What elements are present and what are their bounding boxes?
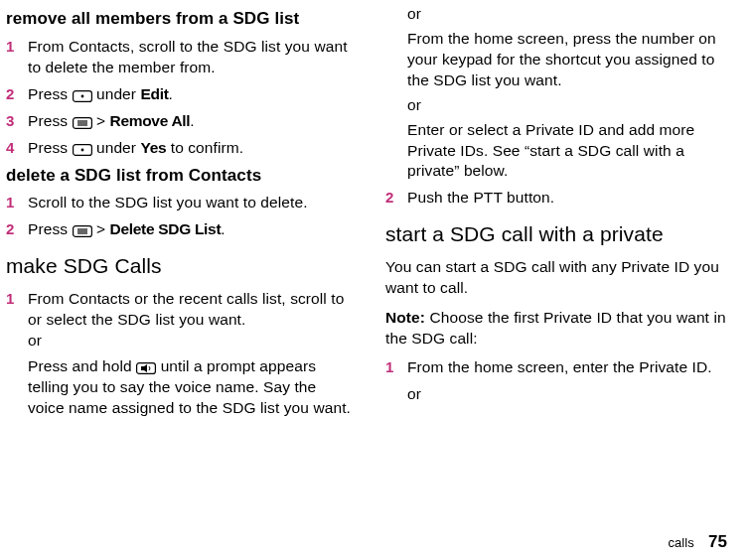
text: >	[92, 220, 110, 237]
step-text: From Contacts or the recent calls list, …	[28, 289, 356, 351]
text: .	[221, 220, 225, 237]
right-column: or From the home screen, press the numbe…	[385, 4, 735, 423]
or-separator: or	[407, 4, 735, 25]
step-number: 1	[6, 37, 28, 78]
left-column: remove all members from a SDG list 1 Fro…	[6, 4, 356, 423]
step-text: Press under Edit.	[28, 84, 356, 105]
heading-remove-members: remove all members from a SDG list	[6, 8, 356, 31]
page-number: 75	[708, 531, 727, 554]
page-footer: calls 75	[668, 531, 727, 554]
text: Press	[28, 139, 73, 156]
step: 1 Scroll to the SDG list you want to del…	[6, 193, 356, 213]
heading-start-private: start a SDG call with a private	[385, 220, 735, 248]
step-number: 2	[6, 84, 28, 105]
step: 1 From Contacts, scroll to the SDG list …	[6, 37, 356, 78]
text: to confirm.	[166, 139, 243, 156]
step-number: 1	[385, 357, 407, 405]
step-number: 2	[385, 188, 407, 209]
step-text: Press > Delete SDG List.	[28, 219, 356, 240]
step: 2 Press > Delete SDG List.	[6, 219, 356, 240]
softkey-icon	[73, 90, 92, 102]
menu-icon	[73, 225, 92, 237]
heading-delete-list: delete a SDG list from Contacts	[6, 165, 356, 188]
paragraph: Enter or select a Private ID and add mor…	[407, 120, 735, 183]
paragraph: From the home screen, press the number o…	[407, 29, 735, 91]
speaker-icon	[136, 362, 156, 374]
menu-icon	[73, 117, 92, 129]
heading-make-calls: make SDG Calls	[6, 252, 356, 280]
step: 3 Press > Remove All.	[6, 111, 356, 132]
text: .	[169, 85, 173, 102]
or-separator: or	[28, 331, 356, 351]
or-separator: or	[407, 384, 735, 405]
page-content: remove all members from a SDG list 1 Fro…	[0, 0, 751, 423]
note-text: Choose the first Private ID that you wan…	[385, 309, 726, 347]
step-number: 2	[6, 219, 28, 240]
step: 4 Press under Yes to confirm.	[6, 138, 356, 159]
note-label: Note:	[385, 309, 425, 326]
step-text: Scroll to the SDG list you want to delet…	[28, 193, 356, 213]
softkey-icon	[73, 144, 92, 156]
text: >	[92, 112, 110, 129]
text: Press	[28, 85, 73, 102]
step: 2 Push the PTT button.	[385, 188, 735, 209]
text: From Contacts or the recent calls list, …	[28, 290, 344, 328]
step: 2 Press under Edit.	[6, 84, 356, 105]
paragraph: You can start a SDG call with any Privat…	[385, 257, 735, 299]
section-label: calls	[668, 534, 694, 552]
step-text: From Contacts, scroll to the SDG list yo…	[28, 37, 356, 78]
step-number: 4	[6, 138, 28, 159]
step-text: Press > Remove All.	[28, 111, 356, 132]
step: 1 From Contacts or the recent calls list…	[6, 289, 356, 351]
text: From the home screen, enter the Private …	[407, 358, 712, 375]
step-number: 3	[6, 111, 28, 132]
text: under	[92, 85, 141, 102]
text: .	[190, 112, 194, 129]
ui-label: Yes	[141, 139, 167, 156]
or-separator: or	[407, 95, 735, 116]
text: Press	[28, 220, 73, 237]
step-continuation: Press and hold until a prompt appears te…	[28, 356, 356, 419]
ui-label: Edit	[141, 85, 169, 102]
ui-label: Remove All	[110, 112, 191, 129]
step: 1 From the home screen, enter the Privat…	[385, 357, 735, 405]
text: Press	[28, 112, 73, 129]
text: under	[92, 139, 141, 156]
step-text: From the home screen, enter the Private …	[407, 357, 735, 405]
step-text: Press under Yes to confirm.	[28, 138, 356, 159]
ui-label: Delete SDG List	[110, 220, 222, 237]
step-number: 1	[6, 193, 28, 213]
note: Note: Choose the first Private ID that y…	[385, 308, 735, 350]
step-number: 1	[6, 289, 28, 351]
text: Press and hold	[28, 357, 136, 374]
step-text: Push the PTT button.	[407, 188, 735, 209]
